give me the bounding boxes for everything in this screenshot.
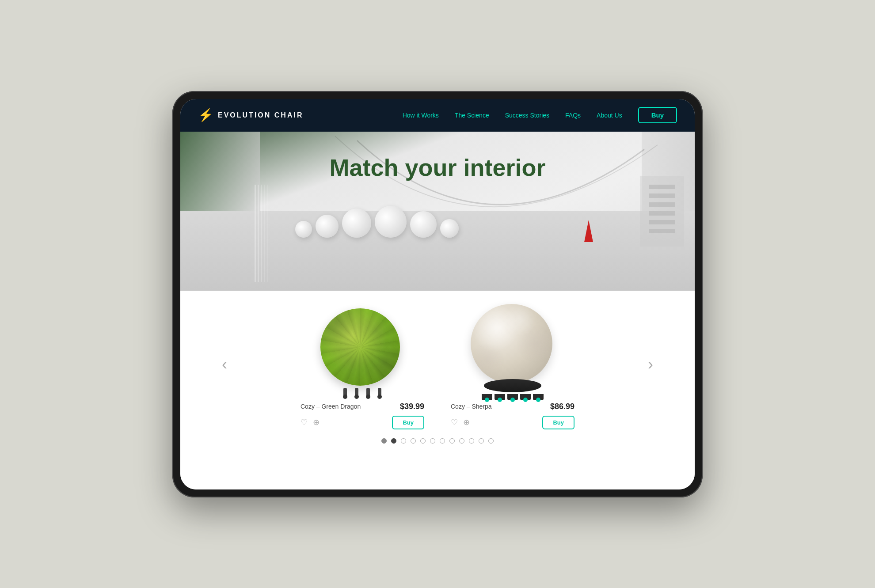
- next-arrow[interactable]: ›: [642, 355, 659, 374]
- logo-area: ⚡ EVOLUTION CHAIR: [198, 108, 303, 122]
- svg-rect-3: [649, 202, 675, 207]
- chair-leg-3: [366, 388, 370, 397]
- ball-body-green: [320, 308, 400, 386]
- sherpa-leg-4: [520, 394, 531, 400]
- sherpa-leg-3: [507, 394, 518, 400]
- dot-10[interactable]: [479, 438, 484, 444]
- sphere-5: [410, 211, 437, 238]
- dot-9[interactable]: [469, 438, 474, 444]
- chair-green-dragon: [320, 308, 404, 397]
- svg-rect-5: [649, 220, 675, 224]
- search-icon-sherpa[interactable]: ⊕: [463, 417, 470, 427]
- svg-rect-11: [267, 185, 268, 282]
- dot-3[interactable]: [411, 438, 416, 444]
- wishlist-icon-sherpa[interactable]: ♡: [451, 417, 458, 427]
- dot-4[interactable]: [420, 438, 426, 444]
- sphere-6: [440, 219, 459, 238]
- dot-1[interactable]: [391, 438, 396, 444]
- product-actions-green-dragon: ♡ ⊕ Buy: [301, 416, 424, 429]
- nav-success-stories[interactable]: Success Stories: [505, 112, 549, 119]
- svg-rect-9: [261, 185, 262, 282]
- product-card-green-dragon: Cozy – Green Dragon $39.99 ♡ ⊕ Buy: [301, 300, 424, 429]
- prev-arrow[interactable]: ‹: [216, 355, 233, 374]
- product-card-sherpa: Cozy – Sherpa $86.99 ♡ ⊕ Buy: [451, 300, 574, 429]
- product-price-sherpa: $86.99: [550, 402, 574, 411]
- svg-rect-6: [649, 229, 675, 233]
- chair-leg-1: [343, 388, 347, 397]
- dot-0[interactable]: [381, 438, 387, 444]
- dot-2[interactable]: [401, 438, 406, 444]
- sherpa-leg-2: [495, 394, 505, 400]
- sherpa-base: [482, 379, 544, 397]
- carousel-wrapper: ‹: [180, 300, 695, 429]
- logo-icon: ⚡: [198, 108, 213, 122]
- dot-6[interactable]: [440, 438, 445, 444]
- product-info-sherpa: Cozy – Sherpa $86.99: [451, 402, 574, 411]
- search-icon-green-dragon[interactable]: ⊕: [313, 417, 320, 427]
- nav-buy-button[interactable]: Buy: [638, 107, 677, 123]
- pagination-dots: [381, 429, 494, 454]
- products-grid: Cozy – Green Dragon $39.99 ♡ ⊕ Buy: [242, 300, 633, 429]
- product-name-green-dragon: Cozy – Green Dragon: [301, 403, 361, 410]
- hero-title: Match your interior: [180, 154, 695, 181]
- nav-faqs[interactable]: FAQs: [565, 112, 581, 119]
- product-price-green-dragon: $39.99: [400, 402, 424, 411]
- dot-8[interactable]: [459, 438, 464, 444]
- sphere-4: [375, 206, 407, 238]
- product-icons-sherpa: ♡ ⊕: [451, 417, 470, 427]
- product-name-sherpa: Cozy – Sherpa: [451, 403, 492, 410]
- tablet-frame: ⚡ EVOLUTION CHAIR How it Works The Scien…: [172, 91, 703, 497]
- nav-about-us[interactable]: About Us: [597, 112, 622, 119]
- buy-button-sherpa[interactable]: Buy: [542, 416, 574, 429]
- svg-rect-1: [649, 185, 675, 189]
- svg-rect-4: [649, 211, 675, 216]
- nav-the-science[interactable]: The Science: [455, 112, 489, 119]
- hero-section: Match your interior: [180, 132, 695, 291]
- nav-links: How it Works The Science Success Stories…: [403, 112, 622, 119]
- svg-rect-8: [258, 185, 259, 282]
- sherpa-leg-5: [533, 394, 544, 400]
- sherpa-texture: [471, 304, 552, 383]
- product-actions-sherpa: ♡ ⊕ Buy: [451, 416, 574, 429]
- chair-pattern: [320, 308, 400, 386]
- product-image-sherpa: [451, 300, 574, 397]
- chair-base-green: [343, 388, 381, 397]
- chair-leg-2: [355, 388, 358, 397]
- product-image-green-dragon: [301, 300, 424, 397]
- dot-5[interactable]: [430, 438, 435, 444]
- chair-leg-4: [378, 388, 381, 397]
- tablet-screen: ⚡ EVOLUTION CHAIR How it Works The Scien…: [180, 99, 695, 489]
- nav-how-it-works[interactable]: How it Works: [403, 112, 439, 119]
- dot-7[interactable]: [449, 438, 455, 444]
- chair-sherpa: [468, 304, 557, 397]
- brand-name: EVOLUTION CHAIR: [218, 111, 303, 119]
- svg-rect-10: [264, 185, 265, 282]
- product-info-green-dragon: Cozy – Green Dragon $39.99: [301, 402, 424, 411]
- sherpa-leg-1: [482, 394, 492, 400]
- products-section: ‹: [180, 291, 695, 489]
- svg-rect-2: [649, 193, 675, 198]
- sphere-1: [295, 221, 312, 238]
- sherpa-legs: [482, 394, 544, 400]
- navbar: ⚡ EVOLUTION CHAIR How it Works The Scien…: [180, 99, 695, 132]
- sphere-decorations: [295, 206, 459, 238]
- sherpa-body-base: [484, 379, 541, 392]
- red-cone-decoration: [584, 220, 593, 242]
- buy-button-green-dragon[interactable]: Buy: [392, 416, 424, 429]
- dot-11[interactable]: [488, 438, 494, 444]
- sphere-3: [342, 209, 371, 238]
- wishlist-icon-green-dragon[interactable]: ♡: [301, 417, 308, 427]
- product-icons-green-dragon: ♡ ⊕: [301, 417, 320, 427]
- svg-rect-7: [255, 185, 256, 282]
- sphere-2: [316, 215, 339, 238]
